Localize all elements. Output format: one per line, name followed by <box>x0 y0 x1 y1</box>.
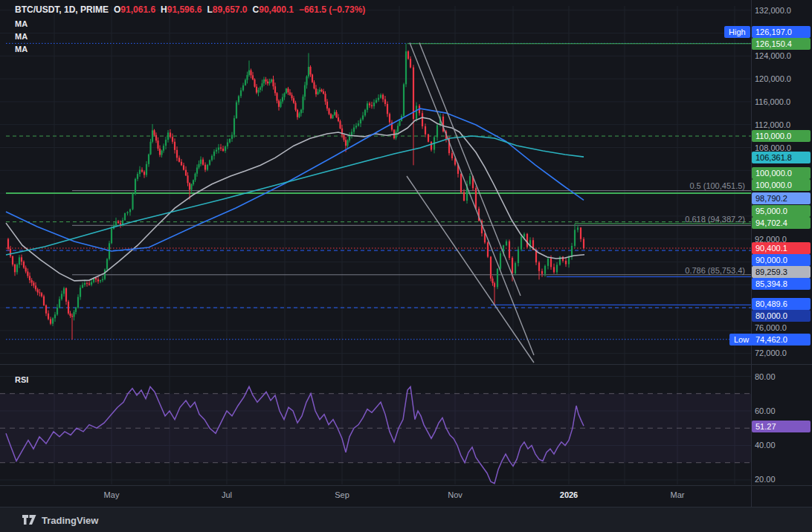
MA-gray <box>6 117 584 281</box>
rsi-indicator-label[interactable]: RSI <box>15 375 28 384</box>
fib-level-label: 0.618 (94,387.2) <box>685 215 745 224</box>
price-axis-label: 94,702.4 <box>752 217 811 229</box>
tradingview-logo[interactable]: TradingView <box>22 515 98 526</box>
pane-separator[interactable] <box>0 364 812 365</box>
open-value: 91,061.6 <box>120 4 155 15</box>
price-axis-label: 98,790.2 <box>752 192 811 204</box>
rsi-axis-label: 40.00 <box>755 441 776 450</box>
tradingview-logo-icon <box>22 515 36 525</box>
price-axis-label: 85,394.8 <box>752 278 811 290</box>
tradingview-logo-text: TradingView <box>42 515 98 526</box>
time-axis-label: 2026 <box>560 490 578 499</box>
rsi-axis-label: 60.00 <box>755 406 776 415</box>
close-label: C <box>253 4 260 15</box>
close-value: 90,400.1 <box>259 4 294 15</box>
ma-indicator-label-3[interactable]: MA <box>15 45 28 53</box>
price-axis-label: 124,000.0 <box>755 51 791 60</box>
symbol-title[interactable]: BTC/USDT, 1D, PRIME <box>15 4 109 15</box>
price-axis-label: 132,000.0 <box>755 6 791 15</box>
open-label: O <box>114 4 120 15</box>
high-value: 91,596.6 <box>167 4 202 15</box>
price-axis-label: 76,000.0 <box>755 323 787 332</box>
trendline-drawings[interactable] <box>407 43 534 363</box>
low-label: L <box>207 4 212 15</box>
price-axis-label: 80,489.6 <box>752 298 811 310</box>
price-axis-label: 100,000.0 <box>752 179 811 191</box>
price-axis-label: 112,000.0 <box>755 120 790 129</box>
time-axis-label: Sep <box>335 490 349 499</box>
high-marker-chip: High <box>724 26 750 38</box>
price-axis-label: 80,000.0 <box>752 310 811 322</box>
price-axis-label: 89,259.3 <box>752 266 811 278</box>
price-axis-label: 90,000.0 <box>752 254 811 266</box>
rsi-pane <box>0 386 751 483</box>
price-axis-label: 106,361.8 <box>752 152 811 163</box>
symbol-header: BTC/USDT, 1D, PRIMEO91,061.6H91,596.6L89… <box>15 4 365 15</box>
ma-indicator-label-2[interactable]: MA <box>15 32 28 41</box>
price-axis-label: 126,150.4 <box>752 38 811 50</box>
rsi-axis-label: 20.00 <box>755 475 776 484</box>
price-axis-label: 110,000.0 <box>752 130 811 142</box>
time-axis-label: Jul <box>222 490 232 499</box>
low-marker-chip: Low <box>729 334 753 346</box>
change-value: −661.5 (−0.73%) <box>299 4 365 15</box>
ma-indicator-label-1[interactable]: MA <box>15 19 28 28</box>
time-axis-label: Mar <box>671 490 685 499</box>
price-axis-label: 100,000.0 <box>752 167 811 179</box>
time-axis-label: Nov <box>448 490 463 499</box>
rsi-axis-label: 51.27 <box>752 421 811 432</box>
bottom-toolbar: TradingView <box>0 507 812 532</box>
price-axis-label: 126,197.0 <box>752 26 811 38</box>
fib-level-label: 0.5 (100,451.5) <box>689 181 745 190</box>
low-value: 89,657.0 <box>213 4 248 15</box>
time-axis-separator <box>0 485 812 486</box>
price-level-lines[interactable] <box>6 43 751 339</box>
high-label: H <box>161 4 167 15</box>
price-axis-label: 95,000.0 <box>752 205 811 217</box>
time-axis-label: May <box>104 490 120 499</box>
moving-average-lines[interactable] <box>6 108 584 281</box>
rsi-axis-label: 80.00 <box>755 372 776 381</box>
price-axis-label: 116,000.0 <box>755 97 790 106</box>
trading-chart-window: BTC/USDT, 1D, PRIMEO91,061.6H91,596.6L89… <box>0 0 812 532</box>
price-axis-label: 120,000.0 <box>755 74 791 83</box>
price-axis-label: 72,000.0 <box>755 348 787 357</box>
fib-level-label: 0.786 (85,753.4) <box>685 266 745 275</box>
price-axis-label: 74,462.0 <box>752 334 811 346</box>
price-axis-label: 90,400.1 <box>752 242 811 254</box>
